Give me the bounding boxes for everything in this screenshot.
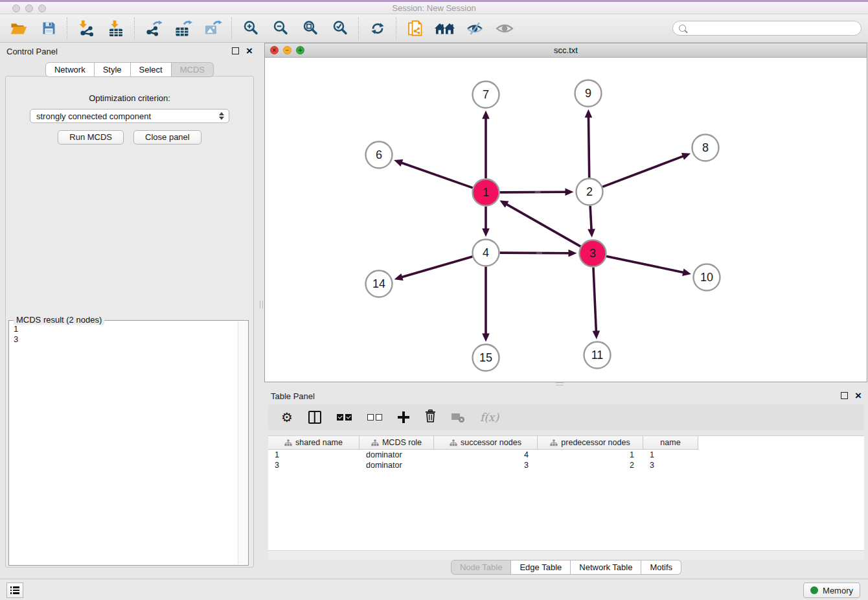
- edge-3-1[interactable]: [506, 204, 580, 247]
- zoom-fit-icon: [303, 20, 319, 36]
- select-all-button[interactable]: [337, 414, 352, 421]
- checked-box-icon: [345, 414, 352, 421]
- run-mcds-button[interactable]: Run MCDS: [58, 130, 124, 144]
- eye-icon: [496, 23, 514, 34]
- edge-1-6[interactable]: [400, 163, 472, 188]
- table-scroll-strip[interactable]: [268, 550, 864, 560]
- function-builder-button[interactable]: f(x): [480, 411, 499, 424]
- close-panel-icon[interactable]: ×: [246, 47, 253, 54]
- optimization-criterion-label: Optimization criterion:: [6, 76, 253, 103]
- edge-2-9[interactable]: [588, 116, 589, 178]
- search-field[interactable]: [672, 21, 862, 36]
- main-toolbar: [0, 14, 868, 43]
- export-table-button[interactable]: [171, 17, 196, 40]
- float-panel-icon[interactable]: [232, 47, 239, 54]
- network-minimize-button[interactable]: −: [283, 46, 291, 54]
- mcds-result-box: MCDS result (2 nodes) 13: [8, 320, 249, 566]
- import-network-button[interactable]: [74, 17, 98, 40]
- destroy-table-button[interactable]: ×: [451, 412, 464, 422]
- edge-3-11[interactable]: [593, 267, 596, 332]
- edge-arrow-3-10: [682, 269, 691, 276]
- mcds-result-scrollbar[interactable]: [238, 321, 247, 564]
- zoom-out-button[interactable]: [268, 17, 293, 40]
- node-label-10: 10: [700, 271, 713, 284]
- edge-1-2[interactable]: [499, 192, 566, 192]
- import-table-button[interactable]: [104, 17, 128, 40]
- splitter-handle-vertical[interactable]: [260, 301, 263, 308]
- select-stepper-icon: [219, 112, 224, 120]
- edge-label-mark: [534, 191, 540, 193]
- open-session-button[interactable]: [6, 17, 31, 40]
- zoom-selected-icon: [332, 20, 348, 36]
- table-options-button[interactable]: ⚙: [281, 411, 293, 424]
- search-icon: [679, 25, 686, 32]
- edge-arrow-2-3: [588, 229, 595, 237]
- app-document-share-button[interactable]: [403, 17, 428, 40]
- show-graphics-details-button[interactable]: [492, 17, 517, 40]
- network-close-button[interactable]: ×: [270, 46, 279, 54]
- network-window-titlebar[interactable]: × − + scc.txt: [265, 43, 867, 58]
- column-label: name: [660, 438, 680, 447]
- tab-mcds[interactable]: MCDS: [172, 62, 214, 77]
- hide-graphics-details-button[interactable]: [463, 17, 487, 40]
- table-row[interactable]: 3dominator323: [268, 460, 864, 470]
- task-history-button[interactable]: [6, 583, 23, 598]
- column-header-successor-nodes[interactable]: successor nodes: [434, 436, 538, 450]
- zoom-out-icon: [273, 20, 289, 36]
- network-view-window: × − + scc.txt 7968124314101511: [264, 43, 867, 382]
- column-type-icon: [450, 439, 457, 446]
- edge-arrow-1-7: [482, 111, 490, 119]
- table-row[interactable]: 1dominator411: [268, 450, 864, 460]
- table-toolbar: ⚙ × f(x): [268, 404, 864, 430]
- network-maximize-button[interactable]: +: [296, 46, 304, 54]
- home-button[interactable]: [433, 17, 457, 40]
- column-header-mcds-role[interactable]: MCDS role: [360, 436, 434, 450]
- cell-predecessor-nodes: 2: [538, 460, 643, 470]
- toolbar-separator: [67, 17, 68, 40]
- tab-motifs[interactable]: Motifs: [641, 560, 681, 575]
- edge-3-10[interactable]: [606, 256, 684, 272]
- tab-edge-table[interactable]: Edge Table: [511, 560, 571, 575]
- edge-4-14[interactable]: [401, 257, 472, 277]
- export-table-icon: [174, 20, 192, 37]
- memory-button[interactable]: Memory: [803, 583, 860, 598]
- node-label-2: 2: [586, 185, 593, 198]
- show-columns-button[interactable]: [308, 411, 321, 424]
- splitter-handle-horizontal[interactable]: [556, 382, 564, 386]
- save-session-button[interactable]: [36, 17, 61, 40]
- add-column-button[interactable]: [398, 411, 409, 423]
- tab-select[interactable]: Select: [131, 62, 172, 77]
- network-canvas[interactable]: 7968124314101511: [265, 57, 867, 382]
- close-panel-button[interactable]: Close panel: [133, 130, 201, 144]
- zoom-in-button[interactable]: [238, 17, 263, 40]
- zoom-fit-button[interactable]: [298, 17, 323, 40]
- node-label-15: 15: [479, 351, 492, 364]
- toolbar-separator: [358, 17, 360, 40]
- delete-list-button[interactable]: [425, 410, 436, 425]
- edge-arrow-2-8: [681, 153, 691, 160]
- tab-network-table[interactable]: Network Table: [571, 560, 641, 575]
- column-header-name[interactable]: name: [643, 436, 698, 450]
- export-network-button[interactable]: [141, 17, 166, 40]
- tab-node-table[interactable]: Node Table: [451, 560, 512, 575]
- column-header-shared-name[interactable]: shared name: [268, 436, 360, 450]
- criterion-select[interactable]: strongly connected component: [30, 109, 229, 123]
- close-panel-icon[interactable]: ×: [855, 392, 862, 399]
- zoom-selected-button[interactable]: [328, 17, 352, 40]
- tab-style[interactable]: Style: [95, 62, 131, 77]
- edge-2-8[interactable]: [602, 156, 684, 187]
- eye-slash-icon: [466, 21, 483, 36]
- cell-successor-nodes: 3: [434, 460, 538, 470]
- export-image-button[interactable]: [201, 17, 225, 40]
- apply-layout-button[interactable]: [365, 17, 390, 40]
- search-input[interactable]: [691, 21, 861, 36]
- unselect-all-button[interactable]: [367, 414, 382, 421]
- column-label: predecessor nodes: [561, 438, 630, 447]
- edge-4-3[interactable]: [499, 253, 569, 253]
- columns-icon: [308, 411, 321, 424]
- tab-network[interactable]: Network: [45, 62, 95, 77]
- edge-2-3[interactable]: [590, 205, 591, 230]
- float-panel-icon[interactable]: [841, 392, 848, 399]
- node-label-1: 1: [483, 186, 489, 199]
- column-header-predecessor-nodes[interactable]: predecessor nodes: [538, 436, 643, 450]
